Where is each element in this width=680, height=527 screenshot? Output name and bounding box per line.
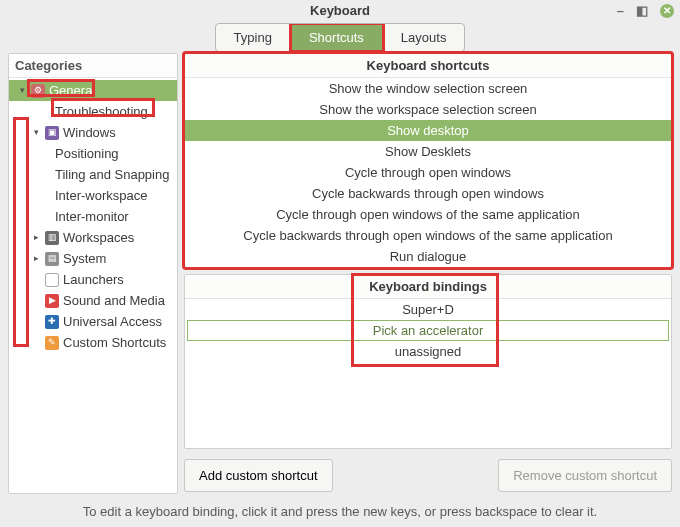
minimize-icon[interactable]: – (617, 0, 624, 22)
tree-label: Positioning (55, 145, 119, 162)
tree-label: Universal Access (63, 313, 162, 330)
tree-tiling[interactable]: Tiling and Snapping (9, 164, 177, 185)
binding-pick-accelerator[interactable]: Pick an accelerator (187, 320, 669, 341)
tree-system[interactable]: ▸ ▤ System (9, 248, 177, 269)
tree-intermon[interactable]: Inter-monitor (9, 206, 177, 227)
shortcut-row[interactable]: Cycle through open windows of the same a… (185, 204, 671, 225)
tree-positioning[interactable]: Positioning (9, 143, 177, 164)
add-custom-shortcut-button[interactable]: Add custom shortcut (184, 459, 333, 492)
gear-icon: ⚙ (31, 84, 45, 98)
tree-label: General (49, 82, 95, 99)
tree-label: Inter-workspace (55, 187, 147, 204)
shortcut-row[interactable]: Show desktop (185, 120, 671, 141)
expand-icon[interactable]: ▸ (31, 250, 41, 267)
tab-bar: Typing Shortcuts Layouts (0, 22, 680, 53)
tree-label: System (63, 250, 106, 267)
tree-label: Windows (63, 124, 116, 141)
tree-workspaces[interactable]: ▸ ▥ Workspaces (9, 227, 177, 248)
titlebar: Keyboard – ◧ ✕ (0, 0, 680, 22)
tree-launchers[interactable]: ▸ Launchers (9, 269, 177, 290)
bindings-header: Keyboard bindings (185, 275, 671, 299)
expand-icon[interactable]: ▸ (31, 229, 41, 246)
tree-label: Inter-monitor (55, 208, 129, 225)
maximize-icon[interactable]: ◧ (636, 0, 648, 22)
window-title: Keyboard (310, 3, 370, 18)
tree-ua[interactable]: ▸ ✚ Universal Access (9, 311, 177, 332)
shortcut-row[interactable]: Show the window selection screen (185, 78, 671, 99)
categories-panel: Categories ▾ ⚙ General Troubleshooting ▾… (8, 53, 178, 494)
wrench-icon: ✎ (45, 336, 59, 350)
shortcut-row[interactable]: Cycle backwards through open windows of … (185, 225, 671, 246)
sound-icon: ▶ (45, 294, 59, 308)
footer-hint: To edit a keyboard binding, click it and… (0, 498, 680, 527)
tree-troubleshooting[interactable]: Troubleshooting (9, 101, 177, 122)
bindings-list[interactable]: Super+DPick an acceleratorunassigned (185, 299, 671, 362)
tree-label: Tiling and Snapping (55, 166, 169, 183)
workspaces-icon: ▥ (45, 231, 59, 245)
tree-label: Launchers (63, 271, 124, 288)
tab-typing[interactable]: Typing (216, 24, 291, 51)
tree-label: Workspaces (63, 229, 134, 246)
tree-label: Troubleshooting (55, 103, 148, 120)
system-icon: ▤ (45, 252, 59, 266)
shortcut-row[interactable]: Cycle through open windows (185, 162, 671, 183)
tree-custom[interactable]: ▸ ✎ Custom Shortcuts (9, 332, 177, 353)
shortcuts-header: Keyboard shortcuts (185, 54, 671, 78)
shortcuts-list[interactable]: Show the window selection screenShow the… (185, 78, 671, 267)
tree-label: Custom Shortcuts (63, 334, 166, 351)
tab-layouts[interactable]: Layouts (383, 24, 465, 51)
binding-row[interactable]: Super+D (185, 299, 671, 320)
categories-header: Categories (9, 54, 177, 78)
close-icon[interactable]: ✕ (660, 4, 674, 18)
tree-windows[interactable]: ▾ ▣ Windows (9, 122, 177, 143)
tree-label: Sound and Media (63, 292, 165, 309)
launchers-icon (45, 273, 59, 287)
shortcuts-panel: Keyboard shortcuts Show the window selec… (184, 53, 672, 268)
tab-shortcuts[interactable]: Shortcuts (291, 24, 383, 51)
shortcut-row[interactable]: Cycle backwards through open windows (185, 183, 671, 204)
collapse-icon[interactable]: ▾ (31, 124, 41, 141)
shortcut-row[interactable]: Show the workspace selection screen (185, 99, 671, 120)
shortcut-row[interactable]: Show Desklets (185, 141, 671, 162)
tree-general[interactable]: ▾ ⚙ General (9, 80, 177, 101)
binding-row[interactable]: unassigned (185, 341, 671, 362)
shortcut-row[interactable]: Run dialogue (185, 246, 671, 267)
bindings-panel: Keyboard bindings Super+DPick an acceler… (184, 274, 672, 449)
remove-custom-shortcut-button: Remove custom shortcut (498, 459, 672, 492)
collapse-icon[interactable]: ▾ (17, 82, 27, 99)
categories-tree[interactable]: ▾ ⚙ General Troubleshooting ▾ ▣ Windows … (9, 78, 177, 493)
windows-icon: ▣ (45, 126, 59, 140)
tree-interws[interactable]: Inter-workspace (9, 185, 177, 206)
tree-sound[interactable]: ▸ ▶ Sound and Media (9, 290, 177, 311)
button-row: Add custom shortcut Remove custom shortc… (184, 455, 672, 494)
accessibility-icon: ✚ (45, 315, 59, 329)
